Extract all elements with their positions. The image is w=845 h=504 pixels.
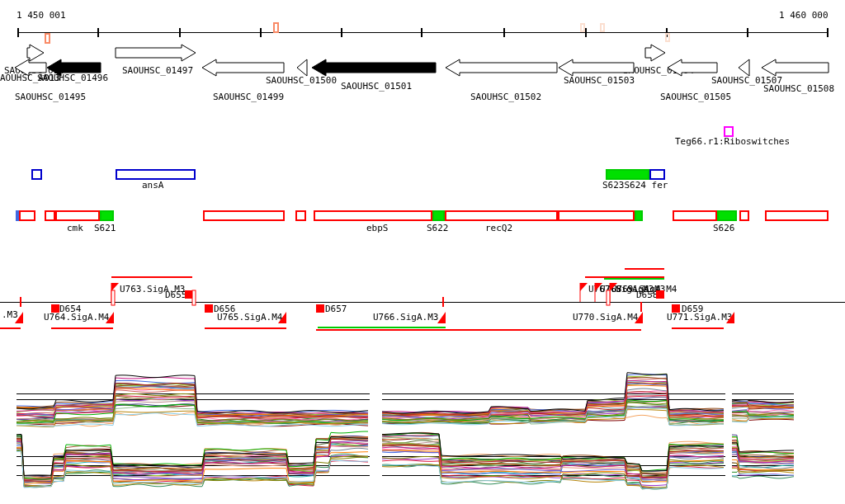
gene-arrow-SAOUHSC_01497[interactable] <box>116 45 196 61</box>
terminator-flag-icon[interactable] <box>635 312 643 323</box>
gene-arrow-SAOUHSC_01507[interactable] <box>739 59 749 76</box>
tss-d-box[interactable] <box>205 304 213 313</box>
gene-arrow-SAOUHSC_01503[interactable] <box>559 59 634 76</box>
promoter-flag-icon[interactable] <box>610 283 617 291</box>
terminator-flag-icon[interactable] <box>437 312 446 323</box>
gene-arrow-SAOUHSC_01494[interactable] <box>27 45 44 61</box>
gene-arrow-SAOUHSC_01505[interactable] <box>668 59 717 76</box>
gene-arrow-SAOUHSC_01508[interactable] <box>762 59 828 76</box>
gene-arrow-SAOUHSC_01502[interactable] <box>446 59 557 76</box>
genome-browser-view: 1 450 001 1 460 000 SAOUHSC_014AOUHSC_A0… <box>0 0 845 504</box>
terminator-flag-icon[interactable] <box>726 312 734 323</box>
terminator-flag-icon[interactable] <box>15 312 23 323</box>
promoter-flag-icon[interactable] <box>595 283 602 291</box>
gene-arrow-SAOUHSC_01504[interactable] <box>645 45 665 61</box>
tss-pole[interactable] <box>111 290 115 305</box>
tss-pole[interactable] <box>192 290 196 305</box>
tss-d-box[interactable] <box>656 290 664 299</box>
terminator-flag-icon[interactable] <box>106 312 114 323</box>
gene-arrow-SAOUHSC_01496[interactable] <box>47 59 101 76</box>
tss-d-box[interactable] <box>672 304 680 313</box>
tss-d-box[interactable] <box>316 304 324 313</box>
tss-d-box[interactable] <box>51 304 59 313</box>
tss-pole[interactable] <box>607 290 610 305</box>
gene-arrow-SAOUHSC_01500[interactable] <box>297 59 307 76</box>
gene-arrow-SAOUHSC_01499[interactable] <box>202 59 284 76</box>
gene-arrow-SAOUHSC_01501[interactable] <box>312 59 436 76</box>
promoter-flag-icon[interactable] <box>580 283 588 291</box>
gene-and-tss-vector-layer <box>0 0 845 504</box>
gene-arrow-SAOUHSC_01495[interactable] <box>15 59 46 76</box>
terminator-flag-icon[interactable] <box>278 312 286 323</box>
